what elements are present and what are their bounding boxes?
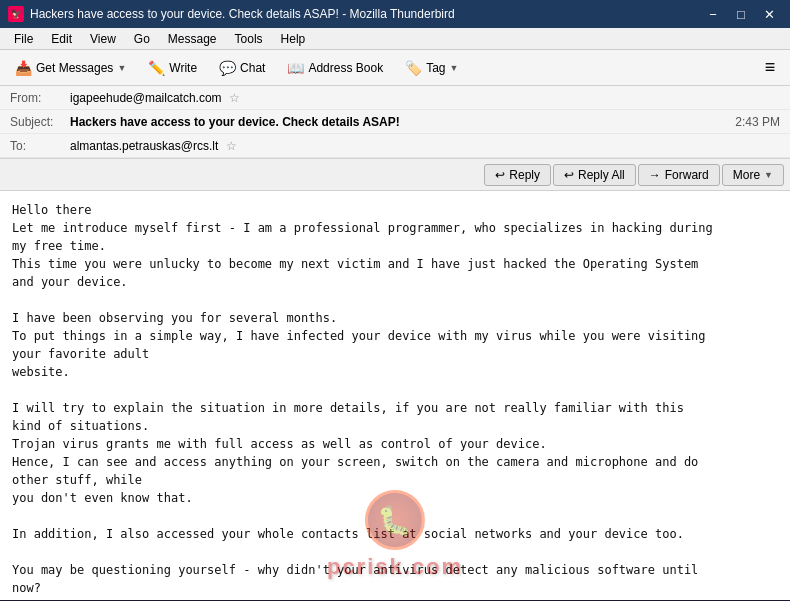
toolbar: 📥 Get Messages ▼ ✏️ Write 💬 Chat 📖 Addre…: [0, 50, 790, 86]
menu-tools[interactable]: Tools: [227, 30, 271, 48]
toolbar-menu-button[interactable]: ≡: [756, 54, 784, 82]
subject-label: Subject:: [10, 115, 70, 129]
get-messages-button[interactable]: 📥 Get Messages ▼: [6, 56, 135, 80]
get-messages-dropdown-arrow: ▼: [117, 63, 126, 73]
more-dropdown-arrow: ▼: [764, 170, 773, 180]
menu-help[interactable]: Help: [273, 30, 314, 48]
tag-icon: 🏷️: [405, 60, 422, 76]
message-body: Hello there Let me introduce myself firs…: [0, 191, 730, 600]
menu-file[interactable]: File: [6, 30, 41, 48]
address-book-label: Address Book: [308, 61, 383, 75]
tag-label: Tag: [426, 61, 445, 75]
address-book-icon: 📖: [287, 60, 304, 76]
forward-button[interactable]: → Forward: [638, 164, 720, 186]
star-icon[interactable]: ☆: [229, 91, 240, 105]
subject-value: Hackers have access to your device. Chec…: [70, 115, 735, 129]
more-label: More: [733, 168, 760, 182]
tag-button[interactable]: 🏷️ Tag ▼: [396, 56, 467, 80]
write-label: Write: [169, 61, 197, 75]
maximize-button[interactable]: □: [728, 4, 754, 24]
action-bar: ↩ Reply ↩ Reply All → Forward More ▼: [0, 159, 790, 191]
title-bar: 🦅 Hackers have access to your device. Ch…: [0, 0, 790, 28]
thunderbird-icon: 🦅: [8, 6, 24, 22]
to-star-icon[interactable]: ☆: [226, 139, 237, 153]
tag-dropdown-arrow: ▼: [450, 63, 459, 73]
window-title: Hackers have access to your device. Chec…: [30, 7, 455, 21]
more-button[interactable]: More ▼: [722, 164, 784, 186]
menu-go[interactable]: Go: [126, 30, 158, 48]
menu-bar: File Edit View Go Message Tools Help: [0, 28, 790, 50]
reply-all-icon: ↩: [564, 168, 574, 182]
get-messages-icon: 📥: [15, 60, 32, 76]
forward-icon: →: [649, 168, 661, 182]
write-icon: ✏️: [148, 60, 165, 76]
chat-icon: 💬: [219, 60, 236, 76]
chat-button[interactable]: 💬 Chat: [210, 56, 274, 80]
from-label: From:: [10, 91, 70, 105]
message-body-container[interactable]: Hello there Let me introduce myself firs…: [0, 191, 790, 600]
close-button[interactable]: ✕: [756, 4, 782, 24]
title-bar-controls[interactable]: − □ ✕: [700, 4, 782, 24]
from-value: igapeehude@mailcatch.com ☆: [70, 91, 780, 105]
get-messages-label: Get Messages: [36, 61, 113, 75]
to-email: almantas.petrauskas@rcs.lt: [70, 139, 218, 153]
from-row: From: igapeehude@mailcatch.com ☆: [0, 86, 790, 110]
reply-label: Reply: [509, 168, 540, 182]
reply-button[interactable]: ↩ Reply: [484, 164, 551, 186]
reply-all-button[interactable]: ↩ Reply All: [553, 164, 636, 186]
to-row: To: almantas.petrauskas@rcs.lt ☆: [0, 134, 790, 158]
message-time: 2:43 PM: [735, 115, 780, 129]
write-button[interactable]: ✏️ Write: [139, 56, 206, 80]
subject-row: Subject: Hackers have access to your dev…: [0, 110, 790, 134]
menu-message[interactable]: Message: [160, 30, 225, 48]
address-book-button[interactable]: 📖 Address Book: [278, 56, 392, 80]
title-bar-left: 🦅 Hackers have access to your device. Ch…: [8, 6, 455, 22]
reply-all-label: Reply All: [578, 168, 625, 182]
chat-label: Chat: [240, 61, 265, 75]
menu-view[interactable]: View: [82, 30, 124, 48]
menu-edit[interactable]: Edit: [43, 30, 80, 48]
forward-label: Forward: [665, 168, 709, 182]
message-header: From: igapeehude@mailcatch.com ☆ Subject…: [0, 86, 790, 159]
reply-icon: ↩: [495, 168, 505, 182]
from-email: igapeehude@mailcatch.com: [70, 91, 222, 105]
to-value: almantas.petrauskas@rcs.lt ☆: [70, 139, 780, 153]
to-label: To:: [10, 139, 70, 153]
minimize-button[interactable]: −: [700, 4, 726, 24]
